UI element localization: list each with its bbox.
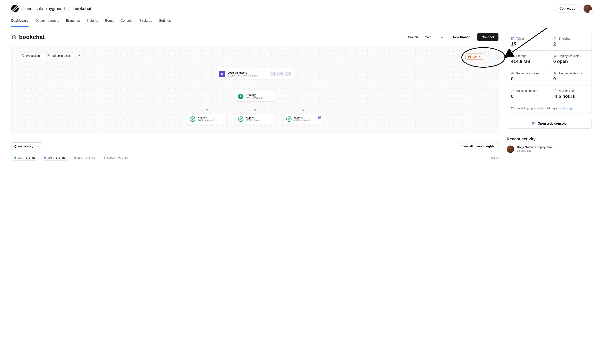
replica-region: AWS us-west-2: [197, 119, 214, 122]
contact-us-button[interactable]: Contact us: [555, 4, 580, 13]
replica-region: AWS us-east-1: [294, 119, 310, 122]
stat-next-backup[interactable]: Next backup In 6 hours: [549, 85, 592, 103]
user-avatar[interactable]: ⌄: [583, 4, 592, 13]
primary-node[interactable]: Primary AWS us-west-2: [235, 91, 275, 102]
stat-storage[interactable]: Storage 414.6 MB: [507, 51, 549, 68]
stats-grid: Tables 15 Branches 2 Storage 414.6 MB De…: [507, 33, 592, 114]
shield-icon: [21, 54, 24, 57]
stat-tables[interactable]: Tables 15: [507, 33, 549, 51]
activity-time: 15 days ago: [517, 149, 553, 152]
svg-rect-5: [222, 73, 223, 74]
svg-point-1: [79, 55, 80, 56]
gear-icon: [78, 54, 81, 58]
activity-item[interactable]: Holly Guevara deployed #4 15 days ago: [507, 145, 592, 153]
stat-boosted[interactable]: Boosted queries 0: [507, 85, 549, 103]
breadcrumb-org[interactable]: planetscale-playground: [22, 6, 65, 11]
dot-icon: [104, 157, 105, 159]
breadcrumb-separator: /: [69, 6, 70, 11]
panel-settings-button[interactable]: [77, 53, 83, 59]
database-replica-icon: [238, 117, 243, 122]
replica-node[interactable]: 0s Replica AWS us-west-2: [235, 114, 275, 124]
latency-p95[interactable]: p95: 0.0 ms: [41, 155, 68, 161]
tab-insights[interactable]: Insights: [87, 19, 98, 27]
clock-icon: [553, 89, 557, 93]
cluster-size-badge[interactable]: PS-10: [465, 54, 484, 60]
primary-title: Primary: [246, 94, 263, 96]
gauge-icon: [511, 89, 514, 93]
database-primary-icon: [238, 94, 243, 99]
main-tabs: Dashboard Deploy requests Branches Insig…: [11, 19, 592, 27]
stat-branches[interactable]: Branches 2: [549, 33, 592, 51]
svg-rect-9: [511, 37, 514, 40]
load-balancer-icon: [219, 71, 225, 77]
database-replica-icon: [286, 117, 291, 122]
production-chip: Production: [18, 52, 43, 59]
replica-title: Replica: [294, 116, 310, 119]
svg-rect-13: [511, 55, 514, 56]
stat-recommendations[interactable]: Recommendations 0: [549, 68, 592, 85]
primary-region: AWS us-west-2: [246, 96, 263, 99]
latency-legend: p50: 0.0 ms p95: 0.0 ms p99: 0.0 ms p99.…: [11, 155, 499, 161]
tab-console[interactable]: Console: [120, 19, 133, 27]
activity-text: Holly Guevara deployed #4: [517, 145, 553, 149]
billing-cycle-text: Current billing cycle ends in 24 days. V…: [507, 103, 591, 114]
load-balancer-node[interactable]: Load balancers 3 across 3 availability z…: [216, 69, 294, 79]
lb-zone-indicator: [285, 72, 291, 76]
new-branch-button[interactable]: New branch: [449, 33, 474, 41]
svg-point-2: [479, 56, 480, 57]
svg-rect-7: [222, 74, 223, 75]
branch-selector-value[interactable]: main: [421, 33, 446, 41]
replica-delay: 0s: [302, 109, 304, 111]
dot-icon: [44, 157, 46, 159]
tab-dashboard[interactable]: Dashboard: [11, 19, 28, 27]
view-usage-link[interactable]: View usage: [558, 106, 573, 110]
replica-delay: 0s: [254, 109, 256, 111]
replica-region: AWS us-west-2: [246, 119, 263, 122]
tab-settings[interactable]: Settings: [159, 19, 171, 27]
tab-branches[interactable]: Branches: [66, 19, 80, 27]
connect-button[interactable]: Connect: [477, 33, 499, 41]
topology-panel: Production Safe migrations PS-10: [11, 46, 499, 134]
branch-selector: Branch main: [405, 33, 446, 41]
latency-timestamp: 08:40: [490, 156, 499, 159]
stat-deploy-requests[interactable]: Deploy requests 0 open: [549, 51, 592, 68]
activity-icon: [511, 72, 514, 75]
planetscale-logo[interactable]: [11, 5, 19, 12]
lightbulb-icon: [553, 72, 557, 75]
svg-rect-14: [511, 56, 514, 57]
svg-rect-6: [221, 74, 222, 75]
lb-zone-indicator: [277, 72, 283, 76]
replica-node[interactable]: 0s Replica AWS us-east-1: [283, 114, 323, 124]
stat-anomalies[interactable]: Recent anomalies 0: [507, 68, 549, 85]
lb-subtitle: 3 across 3 availability zones: [228, 74, 258, 77]
gear-icon: [478, 55, 481, 58]
tab-backups[interactable]: Backups: [139, 19, 152, 27]
recent-activity-heading: Recent activity: [507, 137, 592, 141]
dot-icon: [14, 157, 16, 159]
replica-node[interactable]: 0s Replica AWS us-west-2: [187, 114, 227, 124]
lb-title: Load balancers: [228, 71, 258, 74]
latency-p999[interactable]: p99.9: 0.0 ms: [101, 155, 131, 161]
table-icon: [511, 37, 514, 40]
branch-icon: [553, 37, 557, 40]
cloud-icon: [553, 54, 557, 58]
open-web-console-button[interactable]: Open web console: [507, 119, 592, 129]
check-circle-icon: [46, 54, 50, 57]
tab-boost[interactable]: Boost: [105, 19, 114, 27]
replica-title: Replica: [197, 116, 214, 119]
chevron-down-icon: ⌄: [589, 10, 592, 13]
database-replica-icon: [190, 117, 195, 122]
branch-selector-label: Branch: [405, 33, 421, 41]
globe-icon: [317, 116, 321, 119]
view-all-insights-button[interactable]: View all query insights: [458, 142, 499, 150]
tab-deploy-requests[interactable]: Deploy requests: [35, 19, 59, 27]
svg-rect-4: [221, 73, 222, 74]
storage-icon: [511, 54, 514, 58]
lb-zone-indicator: [270, 72, 276, 76]
latency-p99[interactable]: p99: 0.0 ms: [71, 155, 98, 161]
breadcrumb-db[interactable]: bookchat: [73, 6, 92, 11]
svg-point-11: [556, 37, 556, 38]
latency-p50[interactable]: p50: 0.0 ms: [11, 155, 38, 161]
svg-point-0: [47, 55, 49, 57]
query-latency-selector[interactable]: Query latency: [11, 142, 42, 150]
